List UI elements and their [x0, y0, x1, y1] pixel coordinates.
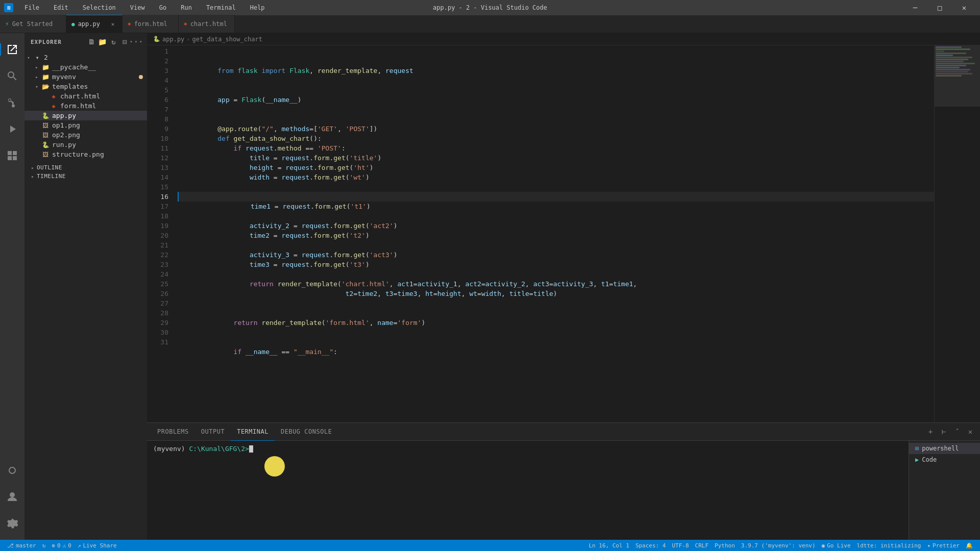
more-actions-icon[interactable]: ···	[132, 37, 141, 46]
tab-chart-html-label: chart.html	[190, 20, 227, 28]
tree-run-py[interactable]: ▸ 🐍 run.py	[24, 140, 147, 149]
timeline-toggle[interactable]: ▸ TIMELINE	[24, 172, 147, 181]
code-line-23	[178, 260, 934, 269]
run-py-icon: 🐍	[41, 141, 50, 148]
prettier-label: Prettier	[933, 542, 960, 549]
new-folder-icon[interactable]: 📁	[98, 37, 107, 46]
sidebar: EXPLORER 🗎 📁 ↻ ⊟ ··· ▾ ▾ 2 ▸ 📁 __pycache…	[24, 33, 147, 540]
line-num-13: 13	[151, 163, 168, 172]
status-python-ver[interactable]: 3.9.7 ('myvenv': venv)	[738, 540, 819, 551]
ldte-label: ldtte: initializing	[857, 542, 921, 549]
line-num-26: 26	[151, 289, 168, 298]
status-spaces[interactable]: Spaces: 4	[632, 540, 669, 551]
tree-chart-html[interactable]: ▸ ◈ chart.html	[24, 91, 147, 101]
breadcrumb-function[interactable]: get_data_show_chart	[192, 36, 262, 43]
tree-op2-png[interactable]: ▸ 🖼 op2.png	[24, 130, 147, 140]
panel-tabs: PROBLEMS OUTPUT TERMINAL DEBUG CONSOLE +…	[147, 423, 980, 441]
liveshare-icon: ↗	[78, 542, 81, 549]
activity-remote[interactable]	[0, 458, 24, 483]
title-bar: ≋ File Edit Selection View Go Run Termin…	[0, 0, 980, 15]
tree-pycache[interactable]: ▸ 📁 __pycache__	[24, 62, 147, 72]
menu-go[interactable]: Go	[156, 3, 169, 12]
panel-tab-terminal[interactable]: TERMINAL	[231, 423, 275, 441]
menu-help[interactable]: Help	[247, 3, 268, 12]
tree-root[interactable]: ▾ ▾ 2	[24, 53, 147, 62]
panel-close[interactable]: ✕	[965, 426, 976, 437]
panel-tab-debug-console[interactable]: DEBUG CONSOLE	[275, 423, 338, 441]
menu-terminal[interactable]: Terminal	[203, 3, 239, 12]
menu-view[interactable]: View	[127, 3, 148, 12]
code-line-28: return render_template('form.html', name…	[178, 308, 934, 318]
collapse-all-icon[interactable]: ⊟	[120, 37, 130, 46]
line-num-6: 6	[151, 95, 168, 105]
status-eol[interactable]: CRLF	[692, 540, 712, 551]
window-controls: ─ □ ✕	[903, 0, 976, 15]
tree-structure-png[interactable]: ▸ 🖼 structure.png	[24, 149, 147, 159]
menu-selection[interactable]: Selection	[80, 3, 119, 12]
status-errors[interactable]: ⊗ 0 ⚠ 0	[48, 540, 75, 551]
status-prettier[interactable]: ✦ Prettier	[924, 540, 963, 551]
tree-myvenv[interactable]: ▸ 📁 myvenv	[24, 72, 147, 82]
status-encoding[interactable]: UTF-8	[669, 540, 692, 551]
new-file-icon[interactable]: 🗎	[87, 37, 96, 46]
line-num-16: 16	[151, 192, 168, 202]
tab-app-py[interactable]: ● app.py ✕	[66, 15, 122, 33]
activity-source-control[interactable]	[0, 90, 24, 115]
terminal-area[interactable]: (myvenv) C:\Kunal\GFG\2>	[147, 441, 909, 540]
status-git-branch[interactable]: ⎇ master	[4, 540, 39, 551]
code-line-4	[178, 76, 934, 85]
code-line-29	[178, 318, 934, 328]
op2-label: op2.png	[52, 131, 80, 139]
panel-add-terminal[interactable]: +	[925, 426, 936, 437]
refresh-icon[interactable]: ↻	[109, 37, 118, 46]
activity-account[interactable]	[0, 485, 24, 509]
form-html-icon: ◈	[49, 103, 58, 110]
eol-label: CRLF	[695, 542, 709, 549]
status-language[interactable]: Python	[712, 540, 738, 551]
tree-form-html[interactable]: ▸ ◈ form.html	[24, 101, 147, 111]
activity-search[interactable]	[0, 64, 24, 88]
code-content[interactable]: from flask import Flask, render_template…	[173, 45, 934, 422]
activity-settings[interactable]	[0, 511, 24, 536]
panel-powershell[interactable]: ⊞ powershell	[909, 443, 980, 454]
chart-html-label: chart.html	[60, 92, 100, 100]
panel-tab-output[interactable]: OUTPUT	[195, 423, 231, 441]
activity-run-debug[interactable]	[0, 117, 24, 141]
status-ldte[interactable]: ldtte: initializing	[854, 540, 924, 551]
line-num-24: 24	[151, 269, 168, 279]
vscode-logo: ≋	[4, 3, 13, 12]
status-sync[interactable]: ↻	[39, 540, 49, 551]
activity-explorer[interactable]	[0, 37, 24, 62]
bell-icon: 🔔	[966, 542, 973, 549]
menu-run[interactable]: Run	[178, 3, 195, 12]
activity-extensions[interactable]	[0, 143, 24, 168]
panel-tab-problems[interactable]: PROBLEMS	[151, 423, 195, 441]
status-line-col[interactable]: Ln 16, Col 1	[585, 540, 632, 551]
breadcrumb-file[interactable]: app.py	[162, 36, 184, 43]
maximize-button[interactable]: □	[928, 0, 951, 15]
status-go-live[interactable]: ◉ Go Live	[819, 540, 854, 551]
code-line-2: from flask import Flask, render_template…	[178, 56, 934, 66]
code-line-18: activity_2 = request.form.get('act2')	[178, 211, 934, 221]
panel-code[interactable]: ▶ Code	[909, 454, 980, 465]
code-line-17	[178, 202, 934, 211]
menu-edit[interactable]: Edit	[51, 3, 71, 12]
outline-toggle[interactable]: ▸ OUTLINE	[24, 163, 147, 172]
close-button[interactable]: ✕	[952, 0, 976, 15]
tab-chart-html[interactable]: ◈ chart.html	[179, 15, 235, 33]
tree-templates[interactable]: ▾ 📂 templates	[24, 82, 147, 91]
tab-form-html[interactable]: ◈ form.html	[122, 15, 179, 33]
minimize-button[interactable]: ─	[903, 0, 927, 15]
tab-app-py-close[interactable]: ✕	[109, 20, 117, 28]
branch-label: master	[16, 542, 36, 549]
panel-chevron-up[interactable]: ˄	[951, 426, 963, 437]
tree-app-py[interactable]: ▸ 🐍 app.py	[24, 111, 147, 120]
status-live-share[interactable]: ↗ Live Share	[75, 540, 120, 551]
tab-get-started[interactable]: ⚡ Get Started	[0, 15, 66, 33]
code-line-31: if __name__ == "__main__":	[178, 337, 934, 347]
panel-split[interactable]: ⊢	[938, 426, 949, 437]
tree-op1-png[interactable]: ▸ 🖼 op1.png	[24, 120, 147, 130]
error-icon: ⊗	[52, 542, 55, 549]
menu-file[interactable]: File	[21, 3, 42, 12]
status-notifications[interactable]: 🔔	[963, 540, 976, 551]
